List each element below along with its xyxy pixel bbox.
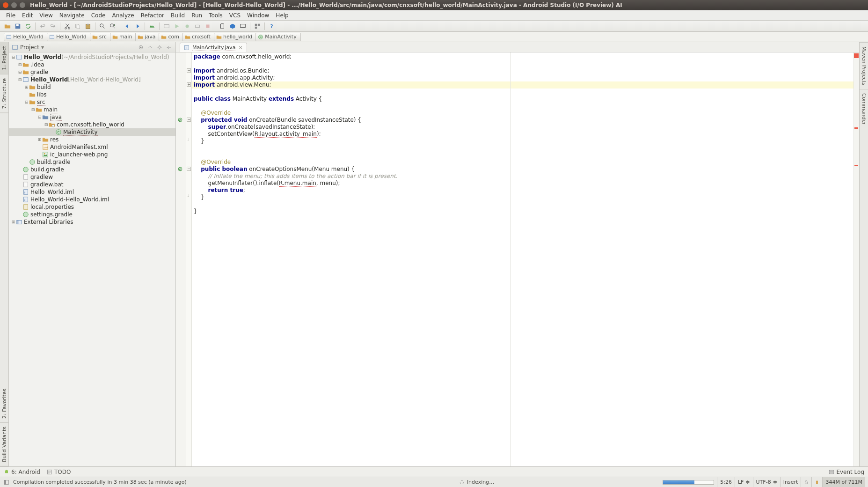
tree-node[interactable]: gradlew bbox=[9, 173, 175, 181]
close-tab-icon[interactable]: × bbox=[238, 44, 242, 51]
tree-node[interactable]: CMainActivity bbox=[9, 128, 175, 136]
breadcrumb-item[interactable]: src bbox=[90, 33, 111, 41]
menu-help[interactable]: Help bbox=[272, 11, 292, 20]
code-area[interactable]: package com.cnxsoft.hello_world;import a… bbox=[192, 52, 859, 466]
undo-icon[interactable] bbox=[38, 22, 47, 31]
menu-tools[interactable]: Tools bbox=[205, 11, 226, 20]
tree-node[interactable]: ⊟com.cnxsoft.hello_world bbox=[9, 121, 175, 128]
sidetab-commander[interactable]: Commander bbox=[860, 89, 868, 129]
close-window-button[interactable] bbox=[3, 2, 8, 8]
attach-icon[interactable] bbox=[193, 22, 202, 31]
make-icon[interactable] bbox=[147, 22, 157, 31]
memory-indicator[interactable]: 344M of 711M bbox=[822, 477, 865, 487]
copy-icon[interactable] bbox=[73, 22, 82, 31]
hector-icon[interactable] bbox=[811, 477, 822, 487]
replace-icon[interactable] bbox=[108, 22, 117, 31]
settings-icon[interactable] bbox=[156, 44, 163, 51]
editor-body[interactable]: oo −+−┘−┘ package com.cnxsoft.hello_worl… bbox=[176, 52, 859, 466]
find-icon[interactable] bbox=[98, 22, 107, 31]
avd-icon[interactable] bbox=[218, 22, 227, 31]
sidetab-7--structure[interactable]: 7: Structure bbox=[0, 74, 8, 113]
breadcrumb-item[interactable]: Hello_World bbox=[47, 33, 91, 41]
save-icon[interactable] bbox=[13, 22, 22, 31]
back-icon[interactable] bbox=[123, 22, 132, 31]
tree-node[interactable]: ⊟java bbox=[9, 113, 175, 121]
scroll-to-source-icon[interactable] bbox=[137, 44, 145, 51]
menu-run[interactable]: Run bbox=[188, 11, 205, 20]
sidetab-build-variants[interactable]: Build Variants bbox=[0, 423, 8, 466]
tree-node[interactable]: iJHello_World-Hello_World.iml bbox=[9, 196, 175, 203]
editor-gutter[interactable]: oo bbox=[176, 52, 186, 466]
breadcrumb-item[interactable]: cnxsoft bbox=[182, 33, 215, 41]
breadcrumb-item[interactable]: java bbox=[135, 33, 160, 41]
run-config-icon[interactable] bbox=[162, 22, 171, 31]
sync-icon[interactable] bbox=[23, 22, 33, 31]
monitor-icon[interactable] bbox=[238, 22, 248, 31]
fold-column[interactable]: −+−┘−┘ bbox=[186, 52, 192, 466]
tree-node[interactable]: ⊟Hello_World [Hello_World-Hello_World] bbox=[9, 76, 175, 83]
help-icon[interactable]: ? bbox=[267, 22, 277, 31]
tree-node[interactable]: ⊞.idea bbox=[9, 61, 175, 68]
tree-node[interactable]: ⊞build bbox=[9, 83, 175, 91]
caret-position[interactable]: 5:26 bbox=[717, 477, 735, 487]
maximize-window-button[interactable] bbox=[20, 2, 25, 8]
tree-node[interactable]: build.gradle bbox=[9, 166, 175, 173]
project-tree[interactable]: ⊟Hello_World (~/AndroidStudioProjects/He… bbox=[9, 52, 175, 466]
menu-file[interactable]: File bbox=[3, 11, 19, 20]
sidetab-maven-projects[interactable]: Maven Projects bbox=[860, 42, 868, 89]
error-stripe[interactable] bbox=[853, 52, 859, 466]
project-structure-icon[interactable] bbox=[253, 22, 262, 31]
tree-node[interactable]: ⊞External Libraries bbox=[9, 218, 175, 226]
tree-node[interactable]: local.properties bbox=[9, 203, 175, 211]
cut-icon[interactable] bbox=[63, 22, 72, 31]
forward-icon[interactable] bbox=[133, 22, 142, 31]
menu-analyze[interactable]: Analyze bbox=[109, 11, 137, 20]
collapse-all-icon[interactable] bbox=[146, 44, 154, 51]
menu-vcs[interactable]: VCS bbox=[226, 11, 244, 20]
breadcrumb-item[interactable]: hello_world bbox=[214, 33, 256, 41]
breadcrumb-item[interactable]: Hello_World bbox=[4, 33, 48, 41]
sdk-icon[interactable] bbox=[228, 22, 237, 31]
tree-node[interactable]: libs bbox=[9, 91, 175, 98]
menu-build[interactable]: Build bbox=[168, 11, 188, 20]
minimize-window-button[interactable] bbox=[11, 2, 17, 8]
redo-icon[interactable] bbox=[48, 22, 58, 31]
tree-node[interactable]: ⊞gradle bbox=[9, 68, 175, 76]
tree-node[interactable]: ⊟Hello_World (~/AndroidStudioProjects/He… bbox=[9, 53, 175, 61]
file-encoding[interactable]: UTF-8≑ bbox=[753, 477, 780, 487]
debug-icon[interactable] bbox=[182, 22, 192, 31]
tab-event-log[interactable]: Event Log bbox=[829, 469, 864, 475]
tree-node[interactable]: build.gradle bbox=[9, 158, 175, 166]
insert-mode[interactable]: Insert bbox=[780, 477, 801, 487]
menu-navigate[interactable]: Navigate bbox=[56, 11, 88, 20]
menu-code[interactable]: Code bbox=[88, 11, 109, 20]
menu-window[interactable]: Window bbox=[244, 11, 272, 20]
read-only-icon[interactable] bbox=[801, 477, 811, 487]
line-separator[interactable]: LF≑ bbox=[735, 477, 753, 487]
tree-node[interactable]: ⊟main bbox=[9, 106, 175, 113]
menu-edit[interactable]: Edit bbox=[19, 11, 36, 20]
tree-node[interactable]: gradlew.bat bbox=[9, 181, 175, 188]
open-icon[interactable] bbox=[3, 22, 12, 31]
tree-node[interactable]: xmlAndroidManifest.xml bbox=[9, 143, 175, 151]
toggle-tool-windows-icon[interactable] bbox=[3, 479, 10, 486]
tree-node[interactable]: ic_launcher-web.png bbox=[9, 151, 175, 158]
paste-icon[interactable] bbox=[83, 22, 93, 31]
error-marker[interactable] bbox=[854, 165, 858, 166]
tree-node[interactable]: ⊞res bbox=[9, 136, 175, 143]
stop-icon[interactable] bbox=[203, 22, 212, 31]
sidetab-1--project[interactable]: 1: Project bbox=[0, 42, 8, 74]
error-marker[interactable] bbox=[854, 127, 858, 129]
menu-refactor[interactable]: Refactor bbox=[138, 11, 168, 20]
tree-node[interactable]: iJHello_World.iml bbox=[9, 188, 175, 196]
tab-todo[interactable]: TODO bbox=[47, 469, 71, 475]
sidetab-2--favorites[interactable]: 2: Favorites bbox=[0, 385, 8, 423]
breadcrumb-item[interactable]: CMainActivity bbox=[255, 33, 300, 41]
analysis-status-icon[interactable] bbox=[854, 53, 859, 58]
breadcrumb-item[interactable]: com bbox=[159, 33, 183, 41]
tab-android[interactable]: 6: Android bbox=[4, 469, 40, 475]
menu-view[interactable]: View bbox=[36, 11, 56, 20]
editor-tab[interactable]: J MainActivity.java × bbox=[180, 43, 247, 52]
tree-node[interactable]: ⊟src bbox=[9, 98, 175, 106]
breadcrumb-item[interactable]: main bbox=[110, 33, 136, 41]
